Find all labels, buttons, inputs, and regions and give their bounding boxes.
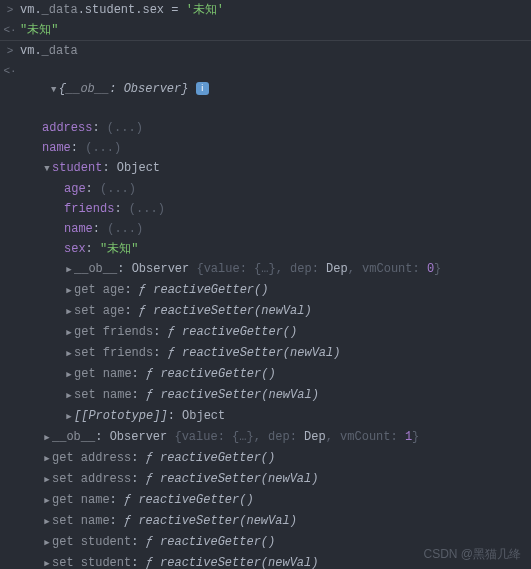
accessor-kind: get name <box>52 493 110 507</box>
tree-row[interactable]: ▶get friends: ƒ reactiveGetter() <box>0 322 531 343</box>
collapse-arrow-icon[interactable]: ▶ <box>42 450 52 468</box>
prop-key: [[Prototype]] <box>74 409 168 423</box>
tree-row[interactable]: friends: (...) <box>0 199 531 219</box>
prop-value: Observer {value: {…}, dep: Dep, vmCount:… <box>110 430 420 444</box>
prop-value: Observer {value: {…}, dep: Dep, vmCount:… <box>132 262 442 276</box>
expand-arrow-icon[interactable]: ▼ <box>42 160 52 178</box>
prop-value: "未知" <box>100 242 138 256</box>
tree-row[interactable]: name: (...) <box>0 219 531 239</box>
accessor-kind: set name <box>74 388 132 402</box>
console-output-row: <· ▼{__ob__: Observer} i <box>0 61 531 118</box>
collapse-arrow-icon[interactable]: ▶ <box>64 408 74 426</box>
collapse-arrow-icon[interactable]: ▶ <box>42 471 52 489</box>
tree-row[interactable]: ▶set name: ƒ reactiveSetter(newVal) <box>0 511 531 532</box>
tree-row[interactable]: ▶get name: ƒ reactiveGetter() <box>0 364 531 385</box>
prop-key: address <box>42 121 92 135</box>
console-input-row[interactable]: > vm._data <box>0 41 531 61</box>
function-icon: ƒ reactiveGetter() <box>139 283 269 297</box>
prop-key: friends <box>64 202 114 216</box>
tree-row[interactable]: ▶[[Prototype]]: Object <box>0 406 531 427</box>
function-icon: ƒ reactiveSetter(newVal) <box>168 346 341 360</box>
prompt-output-icon: <· <box>0 62 20 80</box>
accessor-kind: set address <box>52 472 131 486</box>
function-icon: ƒ reactiveGetter() <box>146 535 276 549</box>
tree-row[interactable]: ▶set name: ƒ reactiveSetter(newVal) <box>0 385 531 406</box>
prop-value: Object <box>117 161 160 175</box>
tree-row[interactable]: address: (...) <box>0 118 531 138</box>
accessor-kind: get name <box>74 367 132 381</box>
prop-value: Object <box>182 409 225 423</box>
collapse-arrow-icon[interactable]: ▶ <box>42 534 52 552</box>
expand-arrow-icon[interactable]: ▼ <box>49 81 59 99</box>
collapse-arrow-icon[interactable]: ▶ <box>64 345 74 363</box>
prop-key: age <box>64 182 86 196</box>
prop-key: name <box>64 222 93 236</box>
collapse-arrow-icon[interactable]: ▶ <box>64 261 74 279</box>
collapse-arrow-icon[interactable]: ▶ <box>64 366 74 384</box>
tree-row[interactable]: sex: "未知" <box>0 239 531 259</box>
collapse-arrow-icon[interactable]: ▶ <box>42 513 52 531</box>
prop-key: name <box>42 141 71 155</box>
console-code: vm._data.student.sex = '未知' <box>20 1 531 19</box>
tree-row[interactable]: ▶set friends: ƒ reactiveSetter(newVal) <box>0 343 531 364</box>
prop-key: __ob__ <box>74 262 117 276</box>
tree-row[interactable]: ▶__ob__: Observer {value: {…}, dep: Dep,… <box>0 259 531 280</box>
accessor-kind: set student <box>52 556 131 569</box>
accessor-kind: set friends <box>74 346 153 360</box>
accessor-kind: get friends <box>74 325 153 339</box>
tree-row[interactable]: ▶__ob__: Observer {value: {…}, dep: Dep,… <box>0 427 531 448</box>
function-icon: ƒ reactiveSetter(newVal) <box>146 472 319 486</box>
prompt-input-icon: > <box>0 42 20 60</box>
function-icon: ƒ reactiveSetter(newVal) <box>146 556 319 569</box>
prop-key: sex <box>64 242 86 256</box>
accessor-kind: get address <box>52 451 131 465</box>
tree-row[interactable]: ▶set address: ƒ reactiveSetter(newVal) <box>0 469 531 490</box>
collapse-arrow-icon[interactable]: ▶ <box>42 429 52 447</box>
object-preview[interactable]: {__ob__: Observer} <box>59 82 189 96</box>
prop-value[interactable]: (...) <box>107 121 143 135</box>
function-icon: ƒ reactiveGetter() <box>146 367 276 381</box>
function-icon: ƒ reactiveGetter() <box>168 325 298 339</box>
collapse-arrow-icon[interactable]: ▶ <box>64 303 74 321</box>
collapse-arrow-icon[interactable]: ▶ <box>64 387 74 405</box>
function-icon: ƒ reactiveSetter(newVal) <box>146 388 319 402</box>
tree-row[interactable]: ▶get name: ƒ reactiveGetter() <box>0 490 531 511</box>
accessor-kind: set age <box>74 304 124 318</box>
prompt-input-icon: > <box>0 1 20 19</box>
prop-value[interactable]: (...) <box>129 202 165 216</box>
prop-key: __ob__ <box>52 430 95 444</box>
function-icon: ƒ reactiveGetter() <box>146 451 276 465</box>
accessor-kind: set name <box>52 514 110 528</box>
console-code: vm._data <box>20 42 531 60</box>
tree-row[interactable]: ▶get address: ƒ reactiveGetter() <box>0 448 531 469</box>
info-icon[interactable]: i <box>196 82 209 95</box>
prop-key: student <box>52 161 102 175</box>
prop-value[interactable]: (...) <box>100 182 136 196</box>
tree-row[interactable]: ▼student: Object <box>0 158 531 179</box>
accessor-kind: get student <box>52 535 131 549</box>
tree-row[interactable]: ▶set age: ƒ reactiveSetter(newVal) <box>0 301 531 322</box>
collapse-arrow-icon[interactable]: ▶ <box>42 492 52 510</box>
function-icon: ƒ reactiveGetter() <box>124 493 254 507</box>
collapse-arrow-icon[interactable]: ▶ <box>64 324 74 342</box>
tree-row[interactable]: ▶get age: ƒ reactiveGetter() <box>0 280 531 301</box>
watermark: CSDN @黑猫几绛 <box>423 545 521 563</box>
function-icon: ƒ reactiveSetter(newVal) <box>139 304 312 318</box>
output-value: "未知" <box>20 23 58 37</box>
collapse-arrow-icon[interactable]: ▶ <box>42 555 52 569</box>
function-icon: ƒ reactiveSetter(newVal) <box>124 514 297 528</box>
tree-row[interactable]: name: (...) <box>0 138 531 158</box>
console-input-row[interactable]: > vm._data.student.sex = '未知' <box>0 0 531 20</box>
prop-value[interactable]: (...) <box>107 222 143 236</box>
prompt-output-icon: <· <box>0 21 20 39</box>
prop-value[interactable]: (...) <box>85 141 121 155</box>
console-output-row: <· "未知" <box>0 20 531 40</box>
tree-row[interactable]: age: (...) <box>0 179 531 199</box>
collapse-arrow-icon[interactable]: ▶ <box>64 282 74 300</box>
accessor-kind: get age <box>74 283 124 297</box>
